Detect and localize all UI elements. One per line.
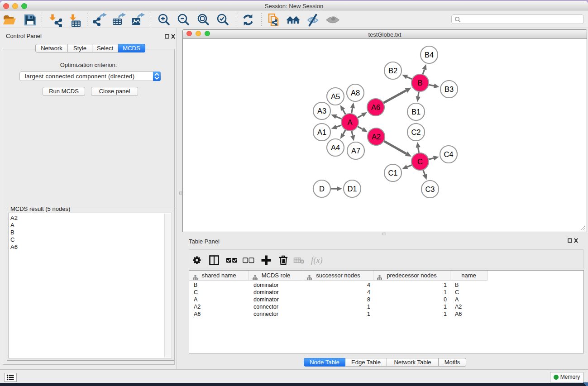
svg-text:C: C (417, 157, 423, 166)
svg-text:C1: C1 (388, 169, 397, 177)
svg-text:B1: B1 (411, 108, 421, 116)
svg-text:A: A (347, 118, 352, 126)
svg-text:A5: A5 (331, 92, 340, 100)
svg-text:B2: B2 (388, 67, 397, 75)
svg-text:A3: A3 (317, 107, 326, 115)
svg-text:A8: A8 (351, 89, 360, 97)
svg-text:C2: C2 (411, 128, 421, 136)
svg-text:A4: A4 (331, 143, 340, 152)
svg-text:C3: C3 (425, 185, 435, 193)
svg-text:A2: A2 (372, 133, 381, 141)
svg-text:B4: B4 (425, 51, 434, 59)
svg-text:C4: C4 (444, 150, 453, 158)
svg-text:f(x): f(x) (311, 256, 323, 265)
svg-text:A6: A6 (371, 103, 380, 111)
svg-text:A1: A1 (317, 128, 326, 136)
svg-text:D: D (319, 185, 325, 193)
svg-text:D1: D1 (347, 185, 357, 193)
svg-text:A7: A7 (351, 147, 360, 155)
svg-text:B3: B3 (445, 85, 454, 93)
svg-text:B: B (417, 79, 422, 87)
